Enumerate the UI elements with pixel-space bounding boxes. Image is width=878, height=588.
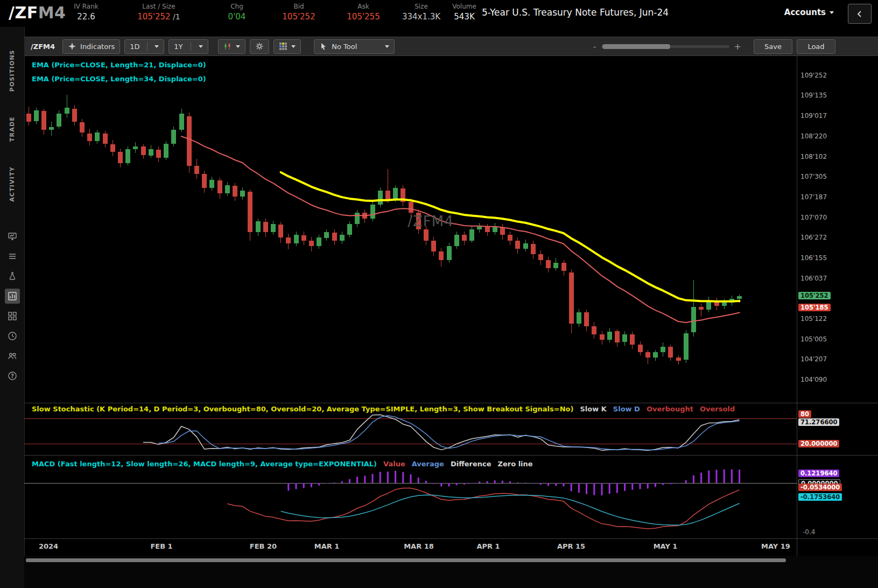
chart-layout-dropdown[interactable] [273, 39, 301, 54]
divider [191, 42, 191, 51]
sidebar-icons: ? [0, 229, 24, 383]
chevron-down-icon [291, 45, 296, 48]
time-axis-label: 2024 [39, 542, 58, 550]
price-axis-label: 106'037 [800, 274, 827, 283]
drawing-tool-dropdown[interactable]: No Tool [314, 39, 395, 54]
stoch-value-badge: 20.000000 [798, 440, 839, 447]
price-axis-label: 109'252 [800, 71, 827, 80]
chart-workspace: /ZFM4 Indicators 1D 1Y [24, 27, 878, 588]
zoom-slider[interactable] [601, 45, 729, 48]
header: /ZFM4 IV Rank22.6Last / Size105'252 /1Ch… [0, 0, 878, 27]
chart-type-dropdown[interactable] [218, 39, 245, 54]
macd-header: MACD (Fast length=12, Slow length=26, MA… [32, 460, 533, 468]
price-axis-label: 109'017 [800, 111, 827, 120]
candlestick-chart-icon [223, 42, 232, 51]
chevron-down-icon [236, 45, 240, 48]
stochastic-title: Slow Stochastic (K Period=14, D Period=3… [32, 405, 573, 413]
header-field-volume: Volume543K [447, 2, 482, 23]
indicators-icon [68, 42, 76, 51]
monitor-icon[interactable] [5, 229, 20, 244]
tool-value: No Tool [332, 43, 357, 51]
panel-divider [24, 455, 878, 456]
price-axis-label: 109'135 [800, 91, 827, 100]
help-icon[interactable]: ? [5, 368, 20, 383]
gear-icon [255, 42, 264, 51]
sidebar-tab-positions[interactable]: POSITIONS [8, 46, 17, 95]
price-axis-label: 107'070 [800, 213, 827, 222]
header-field-last-size: Last / Size105'252 /1 [110, 2, 207, 23]
symbol-root: /ZF [9, 3, 38, 22]
time-axis-label: APR 15 [557, 542, 585, 550]
zoom-slider-handle[interactable] [602, 44, 670, 49]
macd-value-badge: -0.0534000 [798, 484, 842, 491]
chart-icon[interactable] [5, 289, 20, 304]
chart-settings-button[interactable] [250, 39, 269, 54]
zoom-in-button[interactable]: + [729, 41, 746, 52]
save-button[interactable]: Save [754, 39, 792, 54]
time-axis-label: MAY 1 [654, 542, 678, 550]
stoch-legend-oversold: Oversold [700, 405, 735, 413]
macd-value-badge: -0.1753640 [798, 493, 842, 501]
horizontal-scrollbar[interactable] [26, 558, 786, 562]
chart-symbol-label: /ZFM4 [31, 43, 55, 51]
chevron-down-icon [199, 45, 203, 48]
range-value: 1Y [174, 43, 182, 51]
zoom-out-button[interactable]: - [588, 41, 601, 52]
indicators-label: Indicators [80, 43, 115, 51]
left-sidebar: POSITIONSTRADEACTIVITY [0, 27, 25, 588]
header-field-size: Size334x1.3K [396, 2, 447, 23]
sidebar-tabs: POSITIONSTRADEACTIVITY [0, 46, 24, 205]
clock-icon[interactable] [5, 328, 20, 344]
sidebar-tab-trade[interactable]: TRADE [8, 113, 17, 145]
sidebar-tab-activity[interactable]: ACTIVITY [8, 163, 17, 205]
grid-icon[interactable] [5, 309, 20, 324]
time-axis-label: MAR 18 [404, 542, 434, 550]
people-icon[interactable] [5, 348, 20, 363]
price-axis-label: 104'207 [800, 355, 827, 363]
indicators-button[interactable]: Indicators [62, 39, 120, 54]
stochastic-header: Slow Stochastic (K Period=14, D Period=3… [32, 405, 735, 413]
price-chart-canvas[interactable] [24, 56, 797, 403]
macd-legend: ValueAverageDifferenceZero line [383, 460, 533, 468]
collapse-panel-button[interactable] [848, 4, 872, 24]
header-field-ask: Ask105'255 [331, 2, 396, 23]
zoom-control: - + [588, 41, 746, 52]
range-dropdown[interactable]: 1Y [168, 39, 208, 54]
timeframe-value: 1D [130, 43, 139, 51]
accounts-label: Accounts [784, 8, 826, 17]
time-axis-label: MAY 19 [761, 542, 790, 550]
study-legend: EMA (Price=CLOSE, Length=21, Displace=0)… [32, 58, 206, 86]
header-field-chg: Chg0'04 [207, 2, 266, 23]
price-axis[interactable]: 109'252109'135109'017108'220108'102107'3… [797, 56, 878, 556]
macd-value-badge: 0.1219640 [798, 470, 839, 477]
panel-divider [24, 403, 878, 403]
stoch-legend-slow-d: Slow D [613, 405, 640, 413]
stoch-value-badge: 71.276600 [798, 418, 839, 426]
chevron-down-icon [830, 11, 834, 14]
watchlist-icon[interactable] [5, 249, 20, 264]
macd-axis-label: -0.4 [803, 528, 815, 536]
svg-text:?: ? [11, 373, 14, 379]
chart-watermark: /ZFM4 [396, 213, 466, 229]
time-axis-label: FEB 20 [250, 542, 277, 550]
symbol-title: /ZFM4 [9, 3, 66, 22]
chevron-down-icon [154, 45, 159, 48]
timeframe-dropdown[interactable]: 1D [124, 39, 164, 54]
price-axis-label: 105'122 [800, 314, 827, 323]
price-axis-label: 108'220 [800, 132, 827, 141]
price-axis-label: 106'155 [800, 254, 827, 262]
stoch-value-badge: 80 [798, 410, 811, 418]
ema34-legend: EMA (Price=CLOSE, Length=34, Displace=0) [32, 72, 206, 86]
bottom-bar [24, 556, 878, 588]
time-axis[interactable]: 2024FEB 1FEB 20MAR 1MAR 18APR 1APR 15MAY… [24, 538, 878, 556]
accounts-menu[interactable]: Accounts [784, 8, 834, 17]
divider [147, 42, 147, 51]
load-button[interactable]: Load [797, 39, 835, 54]
macd-legend-difference: Difference [451, 460, 491, 468]
flask-icon[interactable] [5, 269, 20, 284]
quote-fields: IV Rank22.6Last / Size105'252 /1Chg0'04B… [62, 2, 482, 23]
instrument-title: 5-Year U.S. Treasury Note Futures, Jun-2… [482, 7, 669, 18]
time-axis-label: APR 1 [476, 542, 500, 550]
macd-legend-zero-line: Zero line [498, 460, 533, 468]
stoch-legend-slow-k: Slow K [580, 405, 606, 413]
